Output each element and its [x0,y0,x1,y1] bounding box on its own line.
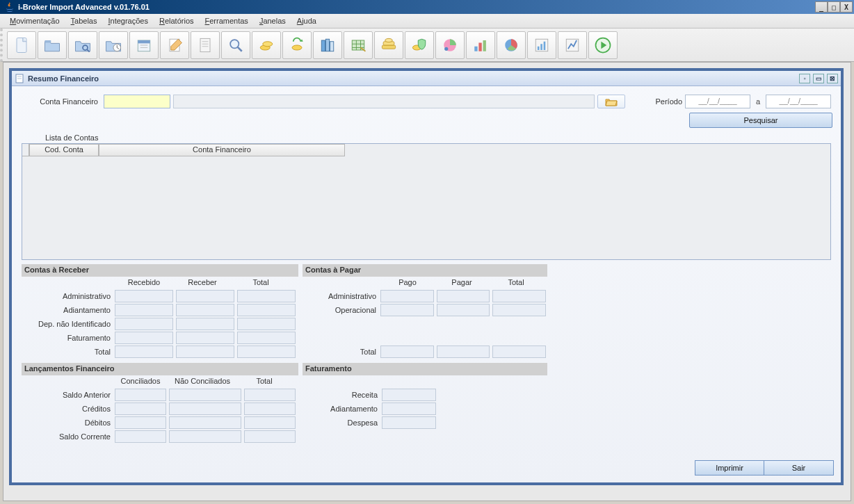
col-total: Total [232,277,290,289]
tool-coins[interactable] [252,31,281,59]
document-icon [15,74,24,83]
value-cell [237,304,296,316]
lancamentos-header: Lançamentos Financeiro [22,363,298,375]
value-cell [169,430,241,443]
svg-point-18 [292,45,302,50]
tool-money-stack[interactable] [374,31,403,59]
sair-button[interactable]: Sair [764,460,834,475]
value-cell [492,304,546,316]
periodo-start-input[interactable]: __/__/____ [685,95,750,108]
tool-coins-sync[interactable] [282,31,312,59]
value-cell [492,346,546,358]
value-cell [176,332,234,344]
col-conta-financeiro[interactable]: Conta Financeiro [99,144,345,156]
tool-books[interactable] [313,31,342,59]
menu-ajuda[interactable]: Ajuda [291,15,322,26]
conta-lookup-button[interactable] [597,95,625,108]
menu-tabelas[interactable]: Tabelas [65,15,103,26]
conta-financeiro-label: Conta Financeiro [19,97,101,106]
tool-column-chart[interactable] [527,31,556,59]
tool-folder-search[interactable] [68,31,97,59]
faturamento-header: Faturamento [303,363,547,375]
tool-play[interactable] [588,31,618,59]
tool-document[interactable] [7,31,36,59]
col-nao-conciliados: Não Conciliados [166,375,239,388]
inner-maximize-button[interactable]: ▭ [813,74,824,83]
inner-close-button[interactable]: ⊠ [827,74,838,83]
value-cell [382,403,436,415]
value-cell [176,290,234,302]
value-cell [115,430,166,443]
menu-ferramentas[interactable]: Ferramentas [200,15,254,26]
svg-point-33 [444,47,448,50]
conta-financeiro-name-input[interactable] [173,95,595,108]
tool-folder[interactable] [38,31,67,59]
tool-pie-chart[interactable] [497,31,526,59]
menu-movimentacao[interactable]: Movimentação [4,15,65,26]
col-recebido: Recebido [115,277,173,289]
periodo-label: Período [647,97,682,106]
tool-money-shield[interactable] [405,31,434,59]
tool-magnifier[interactable] [221,31,250,59]
inner-minimize-button[interactable]: ▫ [799,74,810,83]
lancamentos-block: Lançamentos Financeiro Conciliados Não C… [22,363,298,444]
svg-rect-36 [483,40,486,51]
row-debitos: Débitos [22,418,113,427]
svg-rect-35 [478,42,481,51]
close-button[interactable]: X [840,1,853,13]
maximize-button[interactable]: □ [828,1,840,13]
value-cell [115,304,173,316]
folder-open-icon [605,97,618,106]
imprimir-button[interactable]: Imprimir [695,460,764,475]
contas-pagar-block: Contas à Pagar Pago Pagar Total Administ… [303,264,547,359]
value-cell [176,346,234,358]
pesquisar-button[interactable]: Pesquisar [689,113,832,128]
value-cell [244,403,296,415]
menu-relatorios[interactable]: Relatórios [154,15,200,26]
row-adiantamento: Adiantamento [22,306,113,314]
value-cell [115,346,173,358]
minimize-button[interactable]: _ [815,1,828,13]
tool-bar-chart[interactable] [466,31,495,59]
menu-integracoes[interactable]: Integrações [102,15,154,26]
value-cell [382,416,436,429]
menu-janelas[interactable]: Janelas [254,15,291,26]
col-receber: Receber [173,277,232,289]
contas-receber-header: Contas à Receber [22,264,298,277]
value-cell [237,346,296,358]
value-cell [176,318,234,330]
tool-folder-clock[interactable] [99,31,128,59]
row-saldo-anterior: Saldo Anterior [22,391,113,399]
tool-calendar[interactable] [129,31,159,59]
menubar: Movimentação Tabelas Integrações Relatór… [0,14,854,29]
value-cell [380,290,434,302]
value-cell [169,403,241,415]
tool-notepad[interactable] [160,31,189,59]
value-cell [244,389,296,401]
value-cell [437,304,490,316]
tool-pie-people[interactable] [435,31,465,59]
tool-spreadsheet[interactable] [344,31,373,59]
row-creditos: Créditos [22,405,113,413]
svg-rect-34 [474,46,477,51]
value-cell [237,318,296,330]
periodo-end-input[interactable]: __/__/____ [766,95,831,108]
table-gutter [22,144,29,156]
row-total: Total [303,348,379,356]
col-cod-conta[interactable]: Cod. Conta [29,144,99,156]
inner-titlebar: Resumo Financeiro ▫ ▭ ⊠ [12,71,841,86]
value-cell [115,403,166,415]
tool-triangle-chart[interactable] [558,31,587,59]
tool-sheet[interactable] [191,31,220,59]
row-administrativo: Administrativo [303,292,379,300]
value-cell [176,304,234,316]
svg-rect-6 [138,40,150,43]
row-receita: Receita [303,391,380,399]
value-cell [492,290,546,302]
value-cell [244,416,296,429]
conta-financeiro-code-input[interactable] [104,95,170,108]
inner-window-title: Resumo Financeiro [28,74,99,83]
mdi-area: Resumo Financeiro ▫ ▭ ⊠ Conta Financeiro… [3,62,851,501]
value-cell [237,290,296,302]
contas-table[interactable]: Cod. Conta Conta Financeiro [22,143,831,260]
